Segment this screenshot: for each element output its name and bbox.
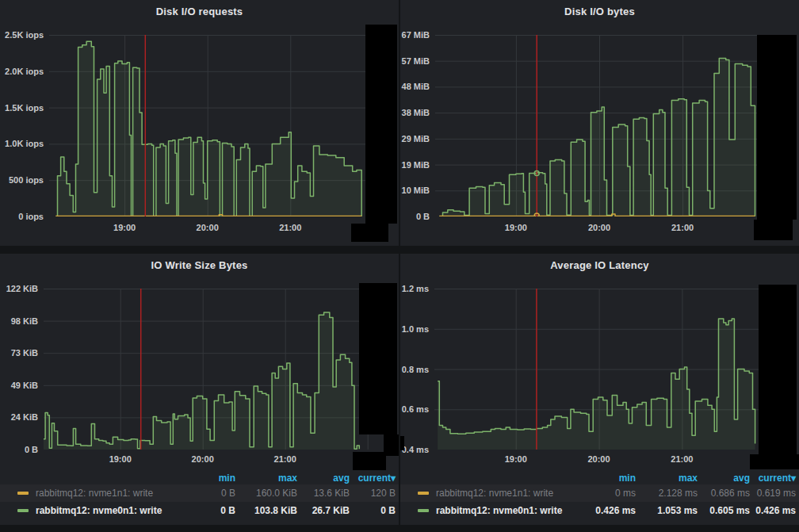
redaction-box xyxy=(359,283,397,434)
y-tick-label: 1.0K iops xyxy=(5,139,44,148)
y-tick-label: 57 MiB xyxy=(402,56,430,66)
panel-title[interactable]: Disk I/O requests xyxy=(0,6,399,17)
y-tick-label: 1.2 ms xyxy=(402,284,429,293)
legend-value: 0 ms xyxy=(579,488,636,499)
redaction-box xyxy=(750,454,799,469)
legend-row[interactable]: rabbitmq12: nvme0n1: write0 B103.8 KiB26… xyxy=(0,502,399,519)
chart-svg xyxy=(49,35,395,216)
legend-table: minmaxavgcurrent▾rabbitmq12: nvme1n1: wr… xyxy=(0,471,399,519)
y-tick-label: 67 MiB xyxy=(402,30,430,40)
legend-value: 103.8 KiB xyxy=(235,505,297,516)
legend-value: 0 B xyxy=(178,505,235,516)
redaction-box xyxy=(400,436,404,450)
legend-value: 26.7 KiB xyxy=(297,505,350,516)
legend-value: 0 B xyxy=(350,505,396,516)
series-swatch-icon[interactable] xyxy=(418,492,429,495)
y-tick-label: 98 KiB xyxy=(11,316,38,326)
redaction-box xyxy=(365,25,397,224)
y-axis: 0 iops500 iops1.0K iops1.5K iops2.0K iop… xyxy=(0,0,44,246)
x-tick-label: 21:00 xyxy=(265,223,315,232)
x-tick-label: 19:00 xyxy=(95,454,146,464)
chart-plot-area[interactable] xyxy=(49,35,395,216)
series-name[interactable]: rabbitmq12: nvme1n1: write xyxy=(36,488,153,499)
y-tick-label: 1.0 ms xyxy=(402,324,429,334)
panel-title[interactable]: Average IO Latency xyxy=(400,259,799,271)
x-tick-label: 19:00 xyxy=(491,223,541,232)
y-tick-label: 122 KiB xyxy=(6,284,38,293)
legend-header-row: minmaxavgcurrent▾ xyxy=(400,471,799,484)
y-tick-label: 500 iops xyxy=(9,175,44,185)
panel-title[interactable]: Disk I/O bytes xyxy=(400,6,799,17)
redaction-box xyxy=(759,285,797,454)
legend-value: 0.605 ms xyxy=(698,505,750,516)
chart-svg xyxy=(44,289,395,450)
x-tick-label: 20:00 xyxy=(178,454,228,464)
legend-value: 0.426 ms xyxy=(750,505,796,516)
panel-average-io-latency: Average IO Latency 0.4 ms0.6 ms0.8 ms1.0… xyxy=(400,254,799,525)
series-swatch-icon[interactable] xyxy=(17,509,29,512)
legend-header-min[interactable]: min xyxy=(178,473,235,484)
y-tick-label: 49 KiB xyxy=(11,381,38,390)
y-tick-label: 2.5K iops xyxy=(5,30,44,40)
y-tick-label: 24 KiB xyxy=(11,412,38,422)
legend-header-min[interactable]: min xyxy=(579,473,636,484)
legend-value: 0.686 ms xyxy=(698,488,750,499)
y-tick-label: 19 MiB xyxy=(402,160,430,170)
legend-value: 160.0 KiB xyxy=(235,488,297,499)
y-tick-label: 0 B xyxy=(25,445,38,454)
x-tick-label: 21:00 xyxy=(260,454,311,464)
y-tick-label: 0 B xyxy=(416,212,430,221)
x-tick-label: 20:00 xyxy=(574,223,625,232)
series-swatch-icon[interactable] xyxy=(17,492,29,495)
y-tick-label: 38 MiB xyxy=(402,108,430,117)
legend-row[interactable]: rabbitmq12: nvme1n1: write0 ms2.128 ms0.… xyxy=(400,484,799,502)
legend-value: 2.128 ms xyxy=(636,488,698,499)
chart-plot-area[interactable] xyxy=(44,289,395,450)
legend-value: 120 B xyxy=(350,488,396,499)
legend-row[interactable]: rabbitmq12: nvme0n1: write0.426 ms1.053 … xyxy=(400,502,799,519)
legend-header-current[interactable]: current▾ xyxy=(350,473,396,484)
x-tick-label: 20:00 xyxy=(182,223,233,232)
y-tick-label: 29 MiB xyxy=(402,134,430,144)
redaction-box xyxy=(754,220,793,240)
x-tick-label: 20:00 xyxy=(574,454,625,464)
legend-value: 0.619 ms xyxy=(750,488,796,499)
series-name[interactable]: rabbitmq12: nvme0n1: write xyxy=(36,505,162,516)
y-tick-label: 0.4 ms xyxy=(402,445,429,454)
panel-disk-io-bytes: Disk I/O bytes 0 B10 MiB19 MiB29 MiB38 M… xyxy=(400,0,799,246)
y-tick-label: 73 KiB xyxy=(11,348,38,358)
panel-io-write-size-bytes: IO Write Size Bytes 0 B24 KiB49 KiB73 Ki… xyxy=(0,254,399,525)
legend-header-current[interactable]: current▾ xyxy=(750,473,796,484)
y-tick-label: 0.8 ms xyxy=(402,365,429,374)
legend-header-avg[interactable]: avg xyxy=(698,473,750,484)
y-tick-label: 1.5K iops xyxy=(5,103,44,113)
series-name[interactable]: rabbitmq12: nvme1n1: write xyxy=(436,488,553,499)
legend-header-row: minmaxavgcurrent▾ xyxy=(0,471,399,484)
redaction-box xyxy=(757,35,797,220)
legend-header-max[interactable]: max xyxy=(636,473,698,484)
series-name[interactable]: rabbitmq12: nvme0n1: write xyxy=(436,505,562,516)
legend-header-max[interactable]: max xyxy=(235,473,297,484)
legend-value: 13.6 KiB xyxy=(297,488,350,499)
y-tick-label: 2.0K iops xyxy=(5,67,44,76)
chart-svg xyxy=(435,35,796,216)
series-swatch-icon[interactable] xyxy=(418,509,429,512)
x-tick-label: 21:00 xyxy=(656,454,707,464)
legend-value: 1.053 ms xyxy=(636,505,698,516)
chart-plot-area[interactable] xyxy=(435,35,796,216)
legend-header-avg[interactable]: avg xyxy=(297,473,350,484)
y-tick-label: 0 iops xyxy=(18,212,44,221)
y-tick-label: 48 MiB xyxy=(402,82,430,91)
panel-title[interactable]: IO Write Size Bytes xyxy=(0,259,399,271)
legend-row[interactable]: rabbitmq12: nvme1n1: write0 B160.0 KiB13… xyxy=(0,484,399,502)
redaction-box xyxy=(351,224,388,242)
legend-table: minmaxavgcurrent▾rabbitmq12: nvme1n1: wr… xyxy=(400,471,799,519)
x-tick-label: 19:00 xyxy=(99,223,150,232)
dashboard-grid: Disk I/O requests 0 iops500 iops1.0K iop… xyxy=(0,0,799,525)
chart-svg xyxy=(434,289,796,450)
chart-plot-area[interactable] xyxy=(434,289,796,450)
redaction-box xyxy=(353,452,386,470)
y-axis: 0 B10 MiB19 MiB29 MiB38 MiB48 MiB57 MiB6… xyxy=(400,0,430,246)
x-tick-label: 19:00 xyxy=(491,454,541,464)
dashboard: { "page": { "background": "#131517", "ac… xyxy=(0,0,799,532)
